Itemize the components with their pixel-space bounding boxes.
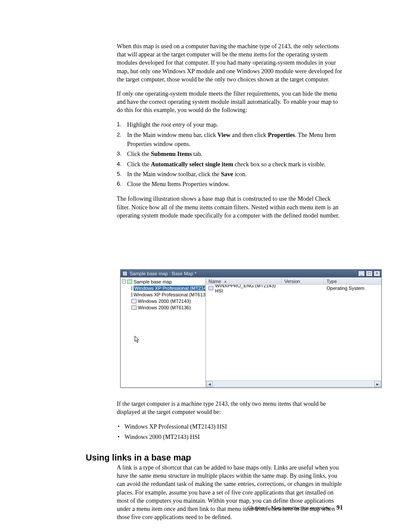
bullet-list: Windows XP Professional (MT2143) HSI Win… (117, 422, 343, 442)
column-headers: Name▲ Version Type (206, 277, 381, 285)
scroll-right-button[interactable]: ► (374, 381, 381, 387)
tree-item[interactable]: Windows 2000 (MT2143) (131, 298, 206, 304)
tree-pane[interactable]: − Sample base map Windows XP Professiona… (121, 277, 206, 387)
list-rows: WINXPPRO_ENG (MT2143) HSI Operating Syst… (206, 285, 381, 380)
maximize-button[interactable]: □ (366, 271, 373, 277)
list-cell-name: WINXPPRO_ENG (MT2143) HSI (215, 285, 279, 293)
menu-item-icon (131, 292, 132, 297)
paragraph: If only one operating-system module meet… (117, 90, 343, 115)
close-button[interactable]: × (374, 271, 380, 277)
paragraph: When this map is used on a computer havi… (117, 42, 343, 84)
paragraph: A link is a type of shortcut that can be… (117, 464, 343, 521)
column-header-version[interactable]: Version (282, 277, 324, 284)
collapse-toggle[interactable]: − (122, 280, 126, 283)
titlebar[interactable]: Sample base map : Base Map * _ □ × (121, 270, 381, 277)
column-header-name[interactable]: Name▲ (206, 277, 282, 284)
footer-chapter: Chapter 6. Map construction overview (247, 505, 330, 511)
scroll-left-button[interactable]: ◄ (206, 381, 213, 387)
list-cell-type: Operating System (324, 286, 381, 291)
paragraph: If the target computer is a machine type… (117, 400, 343, 416)
list-row[interactable]: WINXPPRO_ENG (MT2143) HSI Operating Syst… (206, 285, 381, 292)
os-module-icon (209, 286, 213, 290)
map-icon (127, 280, 132, 284)
tree-root[interactable]: − Sample base map (122, 278, 206, 285)
tree-item-label: Windows XP Professional (MT6136) (134, 292, 206, 297)
page-footer: Chapter 6. Map construction overview 91 (247, 504, 343, 511)
page-number: 91 (336, 504, 343, 511)
tree-item-label: Windows 2000 (MT2143) (138, 299, 191, 304)
list-pane: Name▲ Version Type WINXPPRO_ENG (MT2143)… (206, 277, 381, 387)
list-item: 4. Click the Automatically select single… (117, 160, 343, 169)
scroll-track[interactable] (213, 381, 374, 387)
list-item: 1. Highlight the root entry of your map. (117, 120, 343, 129)
horizontal-scrollbar[interactable]: ◄ ► (206, 380, 381, 387)
sort-asc-icon: ▲ (224, 280, 227, 283)
tree-item-label: Windows 2000 (MT6136) (138, 305, 191, 310)
numbered-list: 1. Highlight the root entry of your map.… (117, 120, 343, 189)
tree-item[interactable]: Windows 2000 (MT6136) (131, 304, 206, 311)
paragraph: The following illustration shows a base … (117, 195, 343, 220)
menu-item-icon (131, 299, 137, 303)
list-item: Windows XP Professional (MT2143) HSI (117, 422, 343, 431)
list-item: 5. In the Main window toolbar, click the… (117, 170, 343, 179)
column-header-type[interactable]: Type (324, 277, 381, 284)
tree-item[interactable]: Windows XP Professional (MT6136) (131, 291, 206, 298)
tree-root-label: Sample base map (134, 279, 172, 284)
tree-item[interactable]: Windows XP Professional (MT2143) (131, 285, 206, 291)
window-title: Sample base map : Base Map * (130, 271, 358, 276)
list-item: 2. In the Main window menu bar, click Vi… (117, 131, 343, 149)
list-item: 6. Close the Menu Items Properties windo… (117, 180, 343, 189)
app-window: Sample base map : Base Map * _ □ × − Sam… (120, 269, 382, 388)
tree-item-label: Windows XP Professional (MT2143) (134, 286, 206, 291)
menu-item-icon (131, 286, 132, 290)
list-item: Windows 2000 (MT2143) HSI (117, 432, 343, 442)
minimize-button[interactable]: _ (358, 271, 365, 277)
list-item: 3. Click the Submenu Items tab. (117, 149, 343, 159)
map-icon (122, 271, 128, 276)
cursor-icon (134, 336, 140, 345)
menu-item-icon (131, 305, 137, 310)
section-heading: Using links in a base map (86, 453, 191, 463)
